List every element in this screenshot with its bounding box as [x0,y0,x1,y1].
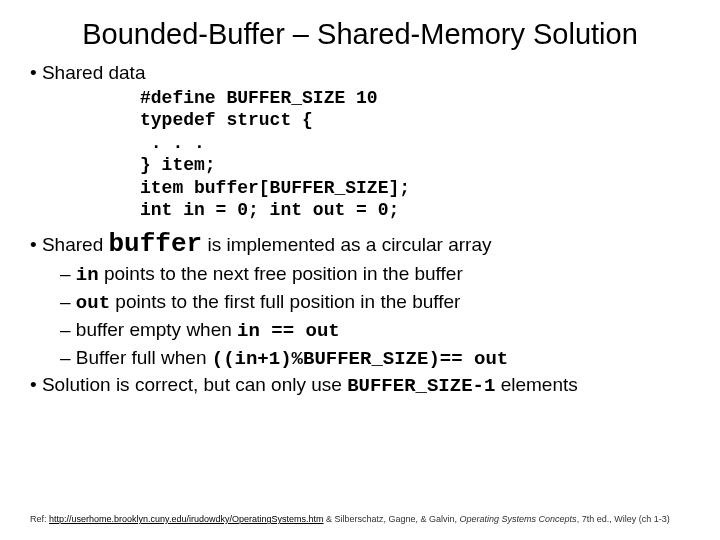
code-block: #define BUFFER_SIZE 10 typedef struct { … [140,87,690,222]
bullet-solution: Solution is correct, but can only use BU… [30,373,690,399]
content: Shared data #define BUFFER_SIZE 10 typed… [30,61,690,399]
text: points to the first full position in the… [115,291,460,312]
footer: Ref: http://userhome.brooklyn.cuny.edu/i… [30,514,690,524]
text: Solution is correct, but can only use [42,374,347,395]
footer-mid: & Silberschatz, Gagne, & Galvin, [323,514,459,524]
bullet-full: Buffer full when ((in+1)%BUFFER_SIZE)== … [60,346,690,372]
code-full: ((in+1)%BUFFER_SIZE)== out [212,348,508,370]
footer-book: Operating Systems Concepts [460,514,577,524]
text: is implemented as a circular array [207,234,491,255]
footer-tail: , 7th ed., Wiley (ch 1-3) [577,514,670,524]
text: Shared [42,234,103,255]
code-out: out [76,292,110,314]
bullet-shared-data: Shared data [30,61,690,85]
code-in: in [76,264,99,286]
code-size: BUFFER_SIZE-1 [347,375,495,397]
code-buffer: buffer [109,229,203,259]
bullet-shared-buffer: Shared buffer is implemented as a circul… [30,228,690,261]
footer-ref: Ref: [30,514,49,524]
bullet-in: in points to the next free position in t… [60,262,690,288]
code-empty: in == out [237,320,340,342]
slide-title: Bounded-Buffer – Shared-Memory Solution [30,18,690,51]
text: Buffer full when [76,347,212,368]
text: elements [501,374,578,395]
bullet-empty: buffer empty when in == out [60,318,690,344]
text: points to the next free position in the … [104,263,463,284]
text: buffer empty when [76,319,237,340]
bullet-out: out points to the first full position in… [60,290,690,316]
footer-link: http://userhome.brooklyn.cuny.edu/irudow… [49,514,323,524]
